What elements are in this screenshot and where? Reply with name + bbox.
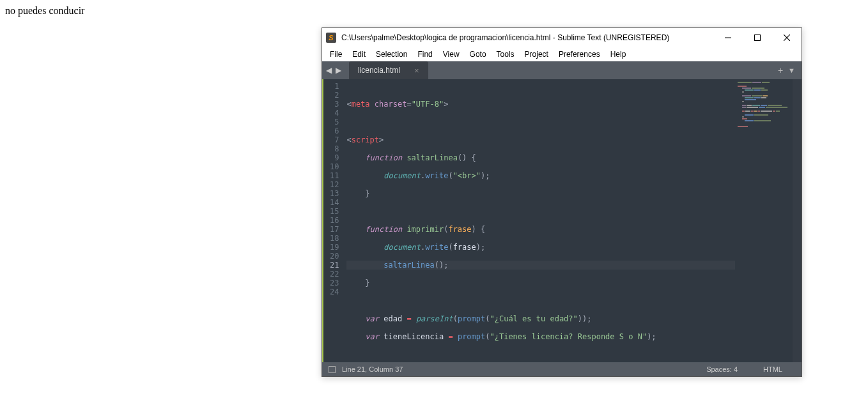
new-tab-icon[interactable]: + (778, 65, 783, 75)
browser-output: no puedes conducir (5, 5, 84, 17)
window-controls (713, 28, 802, 47)
nav-back-icon[interactable]: ◀ (326, 66, 332, 75)
svg-rect-1 (755, 35, 761, 41)
status-language[interactable]: HTML (763, 365, 782, 373)
maximize-button[interactable] (743, 28, 772, 47)
sublime-window: S C:\Users\palme\Desktop\logica de progr… (322, 27, 802, 377)
menu-tools[interactable]: Tools (492, 49, 520, 60)
menu-help[interactable]: Help (605, 49, 632, 60)
menu-preferences[interactable]: Preferences (554, 49, 605, 60)
code-editor[interactable]: <meta charset="UTF-8"> <script> function… (346, 79, 735, 362)
menu-selection[interactable]: Selection (371, 49, 412, 60)
status-position[interactable]: Line 21, Column 37 (342, 365, 403, 373)
tabbar-controls: + ▼ (771, 61, 802, 79)
menu-project[interactable]: Project (520, 49, 554, 60)
tab-label: licencia.html (358, 66, 400, 75)
menu-file[interactable]: File (325, 49, 347, 60)
close-button[interactable] (772, 28, 802, 47)
editor-area: 123456789101112131415161718192021222324 … (322, 79, 802, 362)
window-title: C:\Users\palme\Desktop\logica de program… (341, 33, 713, 42)
menu-view[interactable]: View (438, 49, 465, 60)
minimize-button[interactable] (713, 28, 743, 47)
line-gutter[interactable]: 123456789101112131415161718192021222324 (322, 79, 346, 362)
menu-find[interactable]: Find (412, 49, 437, 60)
tab-licencia[interactable]: licencia.html × (349, 61, 428, 79)
minimap[interactable] (735, 79, 793, 362)
menu-goto[interactable]: Goto (465, 49, 492, 60)
nav-forward-icon[interactable]: ▶ (336, 66, 341, 75)
status-bar: Line 21, Column 37 Spaces: 4 HTML (322, 362, 802, 376)
menu-edit[interactable]: Edit (347, 49, 371, 60)
window-titlebar[interactable]: S C:\Users\palme\Desktop\logica de progr… (322, 28, 802, 47)
sublime-icon: S (326, 33, 336, 43)
nav-arrows: ◀ ▶ (322, 61, 345, 79)
tab-bar: ◀ ▶ licencia.html × + ▼ (322, 61, 802, 79)
menu-bar: File Edit Selection Find View Goto Tools… (322, 47, 802, 61)
status-spaces[interactable]: Spaces: 4 (706, 365, 738, 373)
tab-close-icon[interactable]: × (414, 66, 419, 75)
panel-switcher-icon[interactable] (329, 366, 336, 373)
vertical-scrollbar[interactable] (793, 79, 802, 362)
tab-menu-icon[interactable]: ▼ (788, 66, 795, 74)
